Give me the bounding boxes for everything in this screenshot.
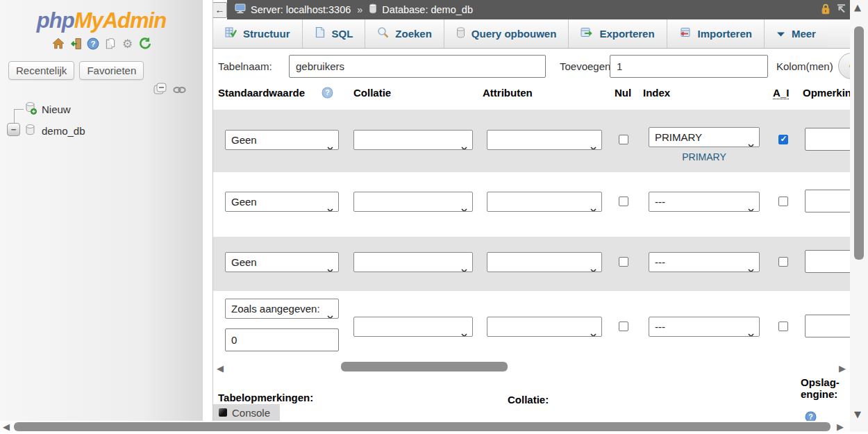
back-button[interactable]: ←: [212, 2, 227, 18]
topbar-actions: [821, 0, 846, 19]
navigation-sidebar: phpMyAdmin ? ⚙ Recentelijk Favorieten: [0, 0, 203, 421]
select-chevron-icon: [590, 137, 596, 150]
tab-sql[interactable]: SQL: [303, 19, 366, 48]
collapse-all-icon[interactable]: [153, 83, 168, 97]
default-select[interactable]: Geen: [225, 252, 339, 272]
select-value: ---: [655, 321, 665, 333]
tree-expander-demo-db[interactable]: −: [7, 123, 20, 136]
database-icon: [369, 3, 377, 16]
auto-increment-checkbox[interactable]: [778, 135, 788, 144]
select-value: Geen: [231, 256, 257, 268]
tab-query-opbouwen[interactable]: Query opbouwen: [444, 19, 569, 48]
null-checkbox[interactable]: [619, 135, 628, 144]
horizontal-scrollbar-thumb[interactable]: [341, 362, 508, 372]
link-with-main-icon[interactable]: [173, 84, 186, 97]
primary-index-link[interactable]: PRIMARY: [649, 151, 760, 162]
tab-label: Zoeken: [395, 28, 432, 40]
index-select[interactable]: PRIMARY: [649, 127, 760, 147]
bottom-scrollbar-thumb[interactable]: [14, 422, 831, 431]
lock-icon[interactable]: [821, 3, 831, 17]
tab-exporteren[interactable]: Exporteren: [569, 19, 667, 48]
default-select[interactable]: Geen: [225, 130, 339, 150]
header-auto-increment[interactable]: A_I: [773, 87, 789, 99]
collation-select[interactable]: [353, 252, 473, 272]
import-icon: [679, 27, 692, 41]
table-name-input[interactable]: [289, 55, 546, 78]
index-select[interactable]: ---: [649, 252, 760, 272]
storage-engine-label: Opslag-engine:: [801, 376, 840, 400]
home-icon[interactable]: [51, 37, 65, 51]
table-name-label: Tabelnaam:: [218, 60, 272, 72]
tree-item-label: Nieuw: [42, 103, 71, 115]
auto-increment-checkbox[interactable]: [778, 322, 788, 331]
favorite-tables-button[interactable]: Favorieten: [79, 61, 144, 80]
columns-go-button[interactable]: ●: [838, 53, 850, 79]
comment-input[interactable]: [805, 128, 850, 151]
scroll-left-icon[interactable]: ◀: [217, 364, 224, 373]
null-checkbox[interactable]: [619, 197, 628, 206]
vertical-scrollbar-thumb[interactable]: [854, 26, 864, 260]
comment-input[interactable]: [805, 250, 850, 273]
collation-select[interactable]: [353, 130, 473, 150]
phpmyadmin-logo[interactable]: phpMyAdmin: [0, 0, 203, 33]
attributes-select[interactable]: [487, 252, 602, 272]
phpmyadmin-window: phpMyAdmin ? ⚙ Recentelijk Favorieten: [0, 0, 868, 434]
footer-collation-label: Collatie:: [508, 394, 549, 406]
tab-zoeken[interactable]: Zoeken: [365, 19, 444, 48]
scroll-right-icon[interactable]: ▶: [839, 364, 846, 373]
add-columns-input[interactable]: [610, 55, 768, 78]
export-icon: [581, 27, 593, 41]
refresh-icon[interactable]: [138, 37, 151, 51]
help-icon[interactable]: ?: [86, 37, 99, 51]
exit-icon[interactable]: [69, 37, 82, 51]
console-button[interactable]: Console: [212, 404, 280, 421]
auto-increment-checkbox[interactable]: [778, 257, 788, 267]
attributes-select[interactable]: [487, 130, 602, 150]
tree-item-demo-db[interactable]: demo_db: [25, 124, 85, 138]
null-checkbox[interactable]: [619, 322, 628, 331]
sidebar-quick-access: Recentelijk Favorieten: [0, 51, 203, 80]
default-select[interactable]: Geen: [225, 192, 339, 212]
select-chevron-icon: [461, 260, 467, 272]
help-icon[interactable]: ?: [805, 411, 817, 421]
collation-select[interactable]: [353, 192, 473, 212]
help-icon[interactable]: ?: [322, 87, 333, 99]
collapse-node-icon: −: [7, 123, 20, 136]
tab-meer[interactable]: Meer: [765, 19, 828, 48]
header-collation: Collatie: [353, 87, 391, 99]
comment-input[interactable]: [805, 190, 850, 212]
tab-importeren[interactable]: Importeren: [667, 19, 765, 48]
table-comments-label: Tabelopmerkingen:: [218, 392, 313, 403]
default-value-input[interactable]: [225, 328, 339, 351]
settings-icon[interactable]: ⚙: [121, 37, 134, 51]
default-select[interactable]: Zoals aangegeven:: [225, 299, 339, 319]
docs-icon[interactable]: [103, 37, 117, 51]
null-checkbox[interactable]: [619, 257, 628, 267]
main-panel: ← Server: localhost:3306 » Database: dem…: [212, 0, 850, 421]
index-select[interactable]: ---: [649, 192, 760, 212]
bottom-horizontal-scrollbar[interactable]: ◀ ▶: [0, 421, 850, 432]
tree-connector: [14, 109, 24, 110]
scroll-down-icon[interactable]: ▼: [854, 410, 861, 419]
comment-input[interactable]: [805, 315, 850, 337]
select-value: ---: [655, 256, 665, 268]
tree-item-new-database[interactable]: Nieuw: [25, 101, 71, 117]
attributes-select[interactable]: [487, 317, 602, 337]
tab-structuur[interactable]: Structuur: [213, 19, 303, 48]
scroll-top-icon[interactable]: [836, 3, 846, 16]
breadcrumb-database[interactable]: Database: demo_db: [382, 4, 473, 15]
index-select[interactable]: ---: [649, 317, 760, 337]
recent-tables-button[interactable]: Recentelijk: [8, 61, 74, 80]
header-attributes: Attributen: [483, 87, 533, 99]
tree-controls: [153, 83, 186, 97]
attributes-select[interactable]: [487, 192, 602, 212]
auto-increment-checkbox[interactable]: [778, 197, 788, 206]
vertical-scrollbar[interactable]: ▲ ▼: [850, 0, 868, 432]
breadcrumb-server[interactable]: Server: localhost:3306: [251, 4, 351, 15]
tab-label: Query opbouwen: [471, 28, 557, 40]
scroll-left-icon[interactable]: ◀: [3, 422, 10, 431]
collation-select[interactable]: [353, 317, 473, 337]
scroll-right-icon[interactable]: ▶: [837, 422, 844, 431]
select-chevron-icon: [327, 137, 333, 150]
scroll-up-icon[interactable]: ▲: [854, 3, 861, 12]
